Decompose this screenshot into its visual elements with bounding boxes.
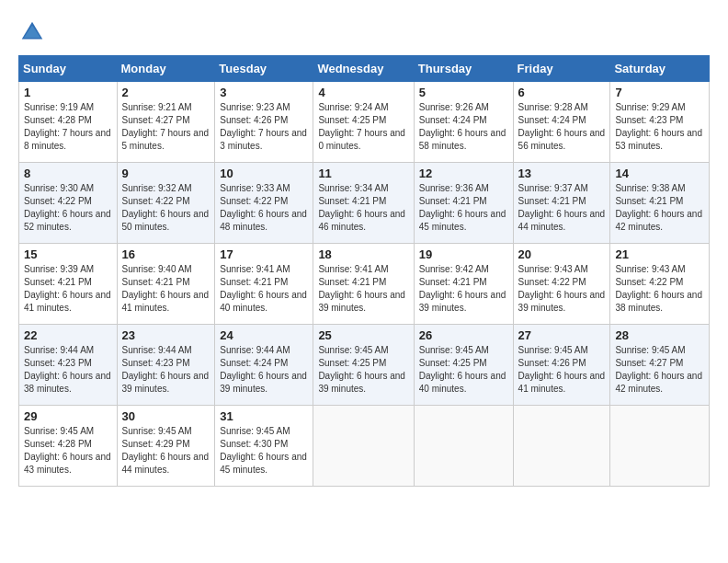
calendar-table: SundayMondayTuesdayWednesdayThursdayFrid…: [18, 55, 710, 487]
day-info: Sunrise: 9:38 AMSunset: 4:21 PMDaylight:…: [615, 183, 702, 232]
day-number: 22: [24, 328, 112, 342]
day-info: Sunrise: 9:21 AMSunset: 4:27 PMDaylight:…: [122, 102, 210, 151]
day-number: 17: [220, 247, 308, 261]
day-number: 12: [419, 167, 508, 180]
calendar-cell: 13 Sunrise: 9:37 AMSunset: 4:21 PMDaylig…: [513, 163, 610, 244]
day-number: 25: [318, 328, 408, 342]
weekday-header-thursday: Thursday: [414, 56, 513, 82]
calendar-cell: 9 Sunrise: 9:32 AMSunset: 4:22 PMDayligh…: [117, 163, 215, 244]
calendar-cell: 21 Sunrise: 9:43 AMSunset: 4:22 PMDaylig…: [610, 244, 710, 325]
logo: [18, 18, 50, 46]
day-number: 3: [220, 86, 308, 99]
day-number: 30: [122, 409, 210, 423]
day-info: Sunrise: 9:44 AMSunset: 4:23 PMDaylight:…: [24, 345, 111, 394]
calendar-cell: 15 Sunrise: 9:39 AMSunset: 4:21 PMDaylig…: [19, 244, 118, 325]
calendar-cell: 14 Sunrise: 9:38 AMSunset: 4:21 PMDaylig…: [610, 163, 710, 244]
day-info: Sunrise: 9:44 AMSunset: 4:24 PMDaylight:…: [220, 345, 307, 394]
day-number: 5: [419, 86, 508, 99]
calendar-cell: 29 Sunrise: 9:45 AMSunset: 4:28 PMDaylig…: [19, 406, 118, 487]
calendar-cell: 31 Sunrise: 9:45 AMSunset: 4:30 PMDaylig…: [215, 406, 313, 487]
calendar-cell: 25 Sunrise: 9:45 AMSunset: 4:25 PMDaylig…: [313, 325, 414, 406]
day-info: Sunrise: 9:30 AMSunset: 4:22 PMDaylight:…: [24, 183, 111, 232]
weekday-header-friday: Friday: [513, 56, 610, 82]
day-info: Sunrise: 9:32 AMSunset: 4:22 PMDaylight:…: [122, 183, 210, 232]
weekday-header-sunday: Sunday: [19, 56, 118, 82]
calendar-cell: 19 Sunrise: 9:42 AMSunset: 4:21 PMDaylig…: [414, 244, 513, 325]
week-row-4: 22 Sunrise: 9:44 AMSunset: 4:23 PMDaylig…: [19, 325, 710, 406]
calendar-cell: 27 Sunrise: 9:45 AMSunset: 4:26 PMDaylig…: [513, 325, 610, 406]
day-info: Sunrise: 9:41 AMSunset: 4:21 PMDaylight:…: [318, 264, 405, 313]
calendar-cell: [513, 406, 610, 487]
weekday-header-wednesday: Wednesday: [313, 56, 414, 82]
day-info: Sunrise: 9:33 AMSunset: 4:22 PMDaylight:…: [220, 183, 307, 232]
day-number: 28: [615, 328, 704, 342]
week-row-1: 1 Sunrise: 9:19 AMSunset: 4:28 PMDayligh…: [19, 82, 710, 163]
day-info: Sunrise: 9:43 AMSunset: 4:22 PMDaylight:…: [615, 264, 702, 313]
calendar-cell: 20 Sunrise: 9:43 AMSunset: 4:22 PMDaylig…: [513, 244, 610, 325]
day-info: Sunrise: 9:26 AMSunset: 4:24 PMDaylight:…: [419, 102, 506, 151]
day-number: 8: [24, 167, 112, 180]
day-number: 26: [419, 328, 508, 342]
day-info: Sunrise: 9:40 AMSunset: 4:21 PMDaylight:…: [122, 264, 210, 313]
day-info: Sunrise: 9:36 AMSunset: 4:21 PMDaylight:…: [419, 183, 506, 232]
calendar-cell: 26 Sunrise: 9:45 AMSunset: 4:25 PMDaylig…: [414, 325, 513, 406]
calendar-cell: [313, 406, 414, 487]
calendar-cell: 23 Sunrise: 9:44 AMSunset: 4:23 PMDaylig…: [117, 325, 215, 406]
calendar-cell: 2 Sunrise: 9:21 AMSunset: 4:27 PMDayligh…: [117, 82, 215, 163]
day-info: Sunrise: 9:45 AMSunset: 4:27 PMDaylight:…: [615, 345, 702, 394]
calendar-cell: 1 Sunrise: 9:19 AMSunset: 4:28 PMDayligh…: [19, 82, 118, 163]
day-number: 23: [122, 328, 210, 342]
day-number: 29: [24, 409, 112, 423]
day-number: 24: [220, 328, 308, 342]
calendar-cell: 18 Sunrise: 9:41 AMSunset: 4:21 PMDaylig…: [313, 244, 414, 325]
day-number: 18: [318, 247, 408, 261]
week-row-2: 8 Sunrise: 9:30 AMSunset: 4:22 PMDayligh…: [19, 163, 710, 244]
day-info: Sunrise: 9:29 AMSunset: 4:23 PMDaylight:…: [615, 102, 702, 151]
day-number: 4: [318, 86, 408, 99]
page-header: [18, 18, 710, 46]
calendar-cell: 24 Sunrise: 9:44 AMSunset: 4:24 PMDaylig…: [215, 325, 313, 406]
calendar-cell: 3 Sunrise: 9:23 AMSunset: 4:26 PMDayligh…: [215, 82, 313, 163]
day-number: 6: [518, 86, 606, 99]
day-info: Sunrise: 9:43 AMSunset: 4:22 PMDaylight:…: [518, 264, 606, 313]
weekday-header-tuesday: Tuesday: [215, 56, 313, 82]
day-info: Sunrise: 9:45 AMSunset: 4:29 PMDaylight:…: [122, 426, 210, 475]
calendar-cell: 7 Sunrise: 9:29 AMSunset: 4:23 PMDayligh…: [610, 82, 710, 163]
weekday-header-monday: Monday: [117, 56, 215, 82]
calendar-cell: 8 Sunrise: 9:30 AMSunset: 4:22 PMDayligh…: [19, 163, 118, 244]
day-number: 11: [318, 167, 408, 180]
day-number: 31: [220, 409, 308, 423]
calendar-cell: 10 Sunrise: 9:33 AMSunset: 4:22 PMDaylig…: [215, 163, 313, 244]
day-info: Sunrise: 9:45 AMSunset: 4:30 PMDaylight:…: [220, 426, 307, 475]
day-info: Sunrise: 9:45 AMSunset: 4:26 PMDaylight:…: [518, 345, 606, 394]
day-info: Sunrise: 9:44 AMSunset: 4:23 PMDaylight:…: [122, 345, 210, 394]
day-number: 15: [24, 247, 112, 261]
calendar-cell: 4 Sunrise: 9:24 AMSunset: 4:25 PMDayligh…: [313, 82, 414, 163]
calendar-cell: [414, 406, 513, 487]
calendar-cell: 28 Sunrise: 9:45 AMSunset: 4:27 PMDaylig…: [610, 325, 710, 406]
day-info: Sunrise: 9:45 AMSunset: 4:25 PMDaylight:…: [318, 345, 405, 394]
day-info: Sunrise: 9:24 AMSunset: 4:25 PMDaylight:…: [318, 102, 405, 151]
day-info: Sunrise: 9:39 AMSunset: 4:21 PMDaylight:…: [24, 264, 111, 313]
day-info: Sunrise: 9:23 AMSunset: 4:26 PMDaylight:…: [220, 102, 307, 151]
day-info: Sunrise: 9:42 AMSunset: 4:21 PMDaylight:…: [419, 264, 506, 313]
day-info: Sunrise: 9:45 AMSunset: 4:25 PMDaylight:…: [419, 345, 506, 394]
day-number: 20: [518, 247, 606, 261]
day-number: 14: [615, 167, 704, 180]
day-number: 2: [122, 86, 210, 99]
calendar-cell: 6 Sunrise: 9:28 AMSunset: 4:24 PMDayligh…: [513, 82, 610, 163]
week-row-5: 29 Sunrise: 9:45 AMSunset: 4:28 PMDaylig…: [19, 406, 710, 487]
calendar-cell: 5 Sunrise: 9:26 AMSunset: 4:24 PMDayligh…: [414, 82, 513, 163]
day-number: 9: [122, 167, 210, 180]
day-number: 21: [615, 247, 704, 261]
day-info: Sunrise: 9:28 AMSunset: 4:24 PMDaylight:…: [518, 102, 606, 151]
day-info: Sunrise: 9:45 AMSunset: 4:28 PMDaylight:…: [24, 426, 111, 475]
day-info: Sunrise: 9:41 AMSunset: 4:21 PMDaylight:…: [220, 264, 307, 313]
day-number: 7: [615, 86, 704, 99]
calendar-cell: [610, 406, 710, 487]
weekday-header-saturday: Saturday: [610, 56, 710, 82]
day-number: 13: [518, 167, 606, 180]
calendar-cell: 17 Sunrise: 9:41 AMSunset: 4:21 PMDaylig…: [215, 244, 313, 325]
logo-icon: [18, 18, 46, 46]
week-row-3: 15 Sunrise: 9:39 AMSunset: 4:21 PMDaylig…: [19, 244, 710, 325]
